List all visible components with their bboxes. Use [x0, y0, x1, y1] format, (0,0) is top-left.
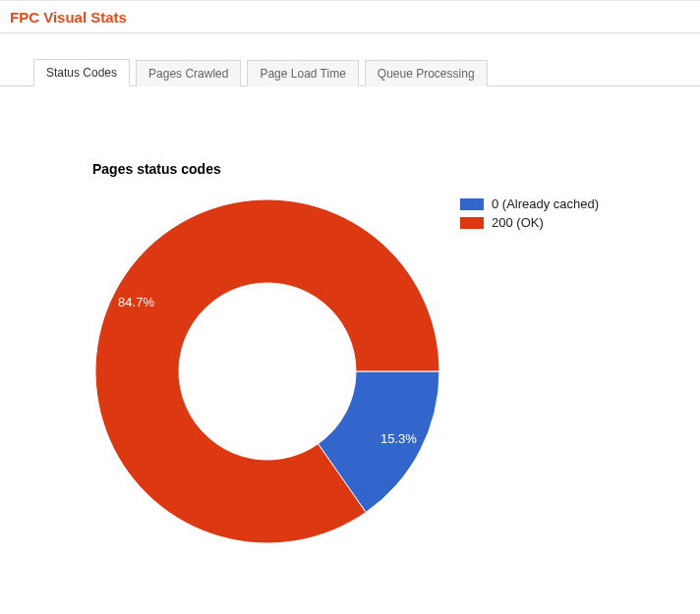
tab-pages-crawled[interactable]: Pages Crawled	[136, 60, 241, 86]
page-title: FPC Visual Stats	[10, 9, 127, 26]
tab-label: Pages Crawled	[148, 67, 228, 81]
legend-item-ok[interactable]: 200 (OK)	[460, 215, 599, 230]
chart-title: Pages status codes	[92, 161, 221, 177]
tabs-bar: Status Codes Pages Crawled Page Load Tim…	[0, 34, 700, 86]
chart-legend: 0 (Already cached) 200 (OK)	[460, 196, 599, 234]
legend-label: 0 (Already cached)	[492, 196, 599, 211]
donut-slice-label: 84.7%	[118, 295, 154, 309]
chart-panel: Pages status codes 15.3%84.7% 0 (Already…	[0, 86, 700, 155]
page-header: FPC Visual Stats	[0, 1, 700, 32]
tab-page-load-time[interactable]: Page Load Time	[247, 60, 358, 86]
tab-status-codes[interactable]: Status Codes	[33, 59, 130, 86]
tab-label: Page Load Time	[260, 67, 345, 81]
tab-label: Queue Processing	[378, 67, 475, 81]
legend-swatch	[460, 198, 484, 210]
tab-queue-processing[interactable]: Queue Processing	[365, 60, 488, 86]
tab-label: Status Codes	[46, 66, 117, 80]
donut-chart: 15.3%84.7%	[90, 195, 444, 548]
legend-item-already-cached[interactable]: 0 (Already cached)	[460, 196, 599, 211]
donut-svg: 15.3%84.7%	[90, 195, 444, 548]
legend-swatch	[460, 217, 484, 229]
donut-slice-label: 15.3%	[380, 431, 417, 446]
legend-label: 200 (OK)	[492, 215, 544, 230]
